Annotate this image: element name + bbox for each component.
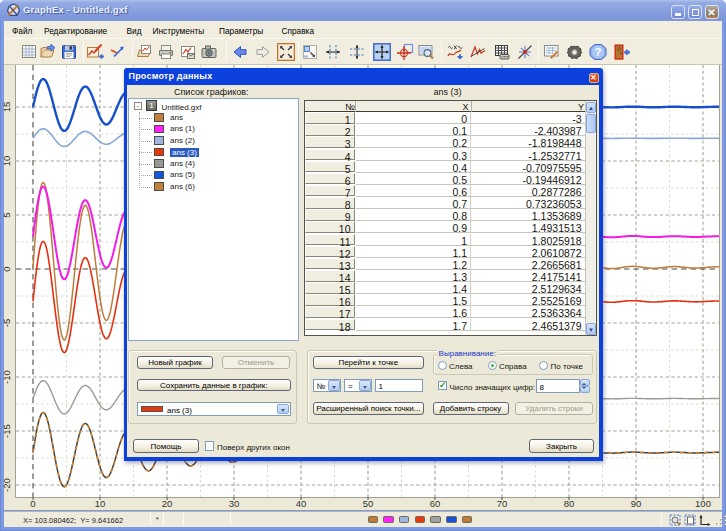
svg-text:80: 80 (564, 498, 575, 509)
svg-text:10: 10 (1, 156, 12, 167)
svg-text:?: ? (594, 46, 601, 58)
svg-text:30: 30 (229, 498, 240, 509)
svg-text:5: 5 (1, 212, 12, 217)
svg-text:60: 60 (430, 498, 441, 509)
svg-text:40: 40 (296, 498, 307, 509)
svg-text:0: 0 (30, 498, 35, 509)
svg-text:70: 70 (497, 498, 508, 509)
svg-text:-10: -10 (1, 370, 12, 384)
svg-text:0: 0 (1, 266, 12, 271)
svg-text:100: 100 (695, 498, 711, 509)
svg-text:15: 15 (1, 102, 12, 113)
svg-text:10: 10 (95, 498, 106, 509)
svg-text:-15: -15 (1, 424, 12, 438)
svg-text:-5: -5 (1, 319, 12, 327)
svg-text:20: 20 (162, 498, 173, 509)
svg-text:90: 90 (631, 498, 642, 509)
svg-text:-20: -20 (1, 478, 12, 492)
svg-text:50: 50 (363, 498, 374, 509)
